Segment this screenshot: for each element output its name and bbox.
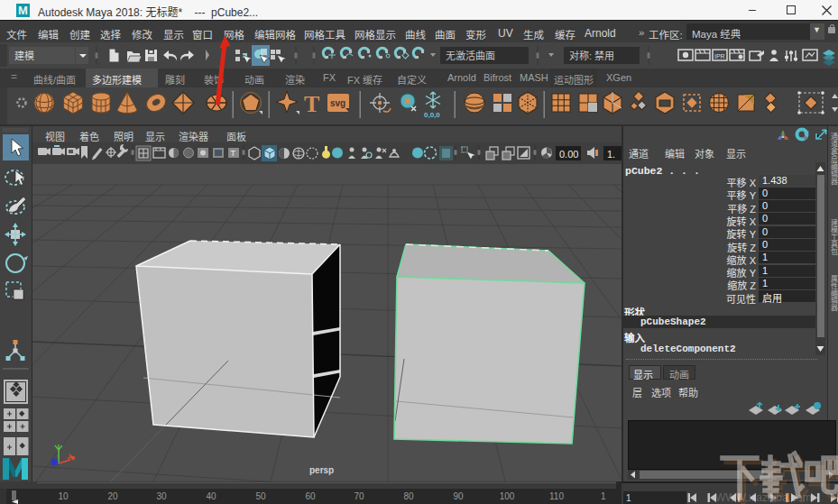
svg-text:无激活曲面: 无激活曲面 — [446, 50, 495, 61]
svg-text:0.00: 0.00 — [559, 149, 578, 160]
svg-text:建模: 建模 — [14, 50, 34, 61]
svg-text:0,0,0: 0,0,0 — [424, 111, 440, 119]
svg-text:svg: svg — [330, 98, 345, 108]
svg-text:1.: 1. — [607, 149, 615, 160]
svg-text:IPR: IPR — [714, 53, 725, 60]
svg-text:T: T — [231, 149, 236, 158]
svg-text:persp: persp — [309, 465, 334, 475]
svg-text:T: T — [304, 91, 319, 117]
svg-text:对称: 禁用: 对称: 禁用 — [569, 50, 614, 61]
svg-text:WWW.xiazaiba.com: WWW.xiazaiba.com — [715, 491, 812, 504]
